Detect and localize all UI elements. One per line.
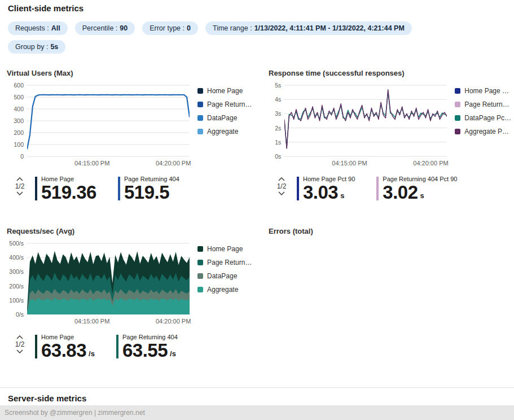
legend-label: Aggregate bbox=[207, 128, 238, 135]
legend-label: Page Return… bbox=[207, 259, 252, 266]
legend-item[interactable]: Page Return… bbox=[197, 259, 252, 266]
legend-item[interactable]: Page Return… bbox=[197, 100, 252, 108]
legend-swatch-icon bbox=[455, 88, 460, 94]
stat-color-bar bbox=[35, 177, 37, 200]
legend-swatch-icon bbox=[197, 129, 203, 134]
chart-title: Errors (total) bbox=[269, 227, 511, 235]
legend-swatch-icon bbox=[197, 260, 203, 265]
x-tick-label: 04:20:00 PM bbox=[413, 160, 448, 167]
legend-item[interactable]: DataPage bbox=[197, 114, 252, 122]
chart-title: Response time (successful responses) bbox=[269, 69, 511, 77]
stat-unit: /s bbox=[170, 349, 176, 358]
chevron-down-icon[interactable] bbox=[16, 349, 23, 353]
y-tick-label: 1s bbox=[275, 139, 281, 146]
panel-requests-per-sec: Requests/sec (Avg) 500/s400/s300/s200/s1… bbox=[7, 227, 262, 359]
stat-value: 3.02 bbox=[383, 183, 418, 201]
filter-pill[interactable]: Percentile :90 bbox=[75, 21, 135, 35]
legend-label: DataPage Pc… bbox=[464, 114, 511, 122]
metric-stat: Page Returning 404519.5 bbox=[118, 176, 179, 201]
stat-color-bar bbox=[116, 335, 118, 358]
section-divider bbox=[0, 387, 514, 388]
y-tick-label: 100 bbox=[14, 141, 24, 148]
stats-pager: 1/2 bbox=[12, 176, 27, 195]
legend-swatch-icon bbox=[197, 287, 203, 292]
legend-item[interactable]: Aggregate bbox=[197, 286, 252, 294]
chevron-up-icon[interactable] bbox=[16, 177, 23, 181]
legend-swatch-icon bbox=[197, 115, 203, 121]
legend-swatch-icon bbox=[455, 115, 460, 121]
legend-item[interactable]: Home Page bbox=[197, 87, 252, 95]
metric-stat: Page Returning 40463.55/s bbox=[116, 334, 178, 359]
stat-blocks: Home Page Pct 903.03sPage Returning 404 … bbox=[297, 176, 457, 201]
chart-legend: Home PagePage Return…DataPageAggregate bbox=[197, 85, 252, 141]
x-axis: 04:15:00 PM04:20:00 PM bbox=[284, 160, 447, 169]
page-title: Client-side metrics bbox=[8, 3, 84, 13]
legend-item[interactable]: Page Return… bbox=[455, 100, 511, 108]
legend-label: Page Return… bbox=[207, 100, 252, 108]
x-tick-label: 04:15:00 PM bbox=[332, 160, 367, 167]
stat-color-bar bbox=[297, 177, 299, 200]
server-side-metrics-title: Server-side metrics bbox=[8, 393, 86, 403]
metric-stat: Home Page Pct 903.03s bbox=[297, 176, 355, 201]
chevron-down-icon[interactable] bbox=[16, 191, 23, 195]
legend-swatch-icon bbox=[197, 246, 203, 252]
chevron-up-icon[interactable] bbox=[278, 177, 285, 181]
chart-legend: Home Page …Page Return…DataPage Pc…Aggre… bbox=[455, 85, 511, 141]
stat-blocks: Home Page519.36Page Returning 404519.5 bbox=[35, 176, 179, 201]
legend-item[interactable]: Home Page … bbox=[455, 87, 511, 95]
legend-item[interactable]: DataPage bbox=[197, 272, 252, 280]
filter-pill[interactable]: Error type :0 bbox=[142, 21, 198, 35]
legend-item[interactable]: Aggregate bbox=[197, 128, 252, 135]
chart-legend: Home PagePage Return…DataPageAggregate bbox=[197, 243, 252, 299]
y-tick-label: 5s bbox=[275, 82, 281, 89]
stats-pager: 1/2 bbox=[274, 176, 289, 195]
legend-swatch-icon bbox=[455, 129, 460, 134]
chart-title: Requests/sec (Avg) bbox=[7, 227, 262, 235]
client-metrics-page: Client-side metrics Requests :AllPercent… bbox=[0, 0, 514, 420]
metric-stat: Page Returning 404 Pct 903.02s bbox=[376, 176, 457, 201]
chevron-up-icon[interactable] bbox=[16, 335, 23, 339]
x-tick-label: 04:20:00 PM bbox=[156, 160, 191, 167]
y-axis: 5s4s3s2s1s0s bbox=[269, 85, 282, 157]
stats-page-indicator: 1/2 bbox=[277, 182, 287, 190]
y-tick-label: 2s bbox=[275, 125, 281, 132]
legend-label: Aggregate P… bbox=[464, 128, 509, 135]
stats-page-indicator: 1/2 bbox=[15, 340, 25, 348]
filter-pill[interactable]: Time range :1/13/2022, 4:11:41 PM - 1/13… bbox=[205, 21, 412, 35]
legend-label: Home Page bbox=[207, 87, 243, 95]
y-tick-label: 300/s bbox=[9, 268, 24, 275]
legend-item[interactable]: Aggregate P… bbox=[455, 128, 511, 135]
legend-item[interactable]: Home Page bbox=[197, 245, 252, 253]
x-axis: 04:15:00 PM04:20:00 PM bbox=[27, 160, 190, 169]
panel-response-time: Response time (successful responses) 5s4… bbox=[269, 69, 511, 201]
legend-label: Aggregate bbox=[207, 286, 238, 294]
stats-page-indicator: 1/2 bbox=[15, 182, 25, 190]
y-tick-label: 600 bbox=[14, 82, 24, 89]
y-axis: 500/s400/s300/s200/s100/s0/s bbox=[7, 243, 25, 315]
chevron-down-icon[interactable] bbox=[278, 191, 285, 195]
legend-swatch-icon bbox=[455, 102, 460, 107]
x-axis: 04:15:00 PM04:20:00 PM bbox=[27, 318, 190, 327]
legend-label: Home Page bbox=[207, 245, 243, 253]
y-tick-label: 3s bbox=[275, 110, 281, 117]
filter-pill[interactable]: Group by :5s bbox=[8, 40, 65, 54]
y-tick-label: 0s bbox=[275, 153, 281, 160]
filter-pill[interactable]: Requests :All bbox=[8, 21, 68, 35]
y-tick-label: 200/s bbox=[9, 283, 24, 290]
x-tick-label: 04:15:00 PM bbox=[74, 160, 109, 167]
stats-pager: 1/2 bbox=[12, 334, 27, 353]
stat-value: 63.83 bbox=[41, 342, 86, 359]
chart-plot bbox=[284, 85, 447, 157]
panel-virtual-users: Virtual Users (Max) 6005004003002001000 … bbox=[7, 69, 262, 201]
stat-color-bar bbox=[35, 335, 37, 358]
y-tick-label: 100/s bbox=[9, 297, 24, 304]
legend-label: DataPage bbox=[207, 114, 237, 122]
x-tick-label: 04:20:00 PM bbox=[156, 318, 191, 325]
stat-blocks: Home Page63.83/sPage Returning 40463.55/… bbox=[35, 334, 178, 359]
legend-label: Page Return… bbox=[464, 100, 509, 108]
metric-stat: Home Page63.83/s bbox=[35, 334, 95, 359]
y-tick-label: 500/s bbox=[9, 240, 24, 247]
legend-swatch-icon bbox=[197, 88, 203, 94]
legend-item[interactable]: DataPage Pc… bbox=[455, 114, 511, 122]
chart-plot bbox=[27, 243, 190, 315]
